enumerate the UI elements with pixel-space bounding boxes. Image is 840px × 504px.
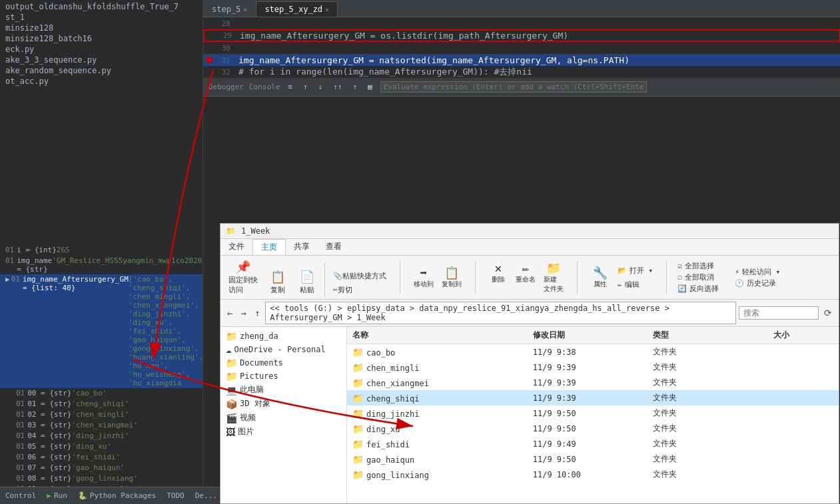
edit-label: 编辑 [625, 280, 639, 290]
debug-toolbar-icon5[interactable]: ↑ [350, 81, 360, 93]
easy-access-icon: ⚡ [735, 268, 739, 276]
file-row[interactable]: 📁chen_mingli 11/9 9:39 文件夹 [347, 360, 839, 375]
tree-item[interactable]: 🖼图片 [220, 425, 346, 439]
tree-label: 视频 [240, 412, 256, 423]
ribbon-tab[interactable]: 主页 [252, 239, 286, 255]
debug-var-row: 01 08 = {str} 'gong_linxiang' [0, 473, 203, 484]
debug-toolbar-icon6[interactable]: ▦ [365, 81, 375, 93]
left-file-item[interactable]: ot_acc.py [0, 76, 203, 87]
eval-input[interactable] [380, 81, 647, 93]
folder-icon: 📁 [352, 469, 364, 480]
tree-item[interactable]: 📁zheng_da [220, 330, 346, 343]
editor-tab[interactable]: step_5✕ [203, 1, 256, 17]
debug-output: 01 i = {int} 26501 img_name = {str} 'GM_… [0, 245, 203, 487]
code-area: 2829 img_name_Aftersurgery_GM = os.listd… [203, 17, 840, 78]
ribbon-sep5 [666, 261, 667, 294]
tree-item[interactable]: 💻此电脑 [220, 383, 346, 397]
ribbon-tab[interactable]: 共享 [286, 239, 318, 255]
debug-var-row: 01 05 = {str} 'ding_xu' [0, 441, 203, 452]
debug-value: 'gao_haiqun' [71, 463, 124, 472]
line-content: # for i in range(len(img_name_Aftersurge… [236, 66, 840, 78]
ribbon-btn-properties[interactable]: 🔧 属性 [588, 264, 612, 290]
ribbon-btn-copyto[interactable]: 📋 复制到 [439, 264, 464, 290]
status-bar-item[interactable]: De... [195, 491, 217, 500]
file-row[interactable]: 📁ding_xu 11/9 9:50 文件夹 [347, 421, 839, 436]
history-label: 历史记录 [747, 278, 776, 288]
ribbon-btn-new-folder[interactable]: 📁 新建文件夹 [541, 260, 566, 295]
ribbon-btn-edit[interactable]: ✏ 编辑 [615, 278, 655, 291]
left-file-item[interactable]: eck.py [0, 44, 203, 55]
line-content: img_name_Aftersurgery_GM = natsorted(img… [236, 55, 840, 65]
file-name: 📁chen_mingli [352, 362, 533, 373]
ribbon-tab[interactable]: 文件 [220, 239, 252, 255]
debug-toolbar-icon1[interactable]: ≡ [285, 81, 295, 93]
folder-icon: 📁 [352, 439, 364, 449]
left-file-item[interactable]: output_oldcanshu_kfoldshuffle_True_7 [0, 1, 203, 12]
file-row[interactable]: 📁cheng_shiqi 11/9 9:39 文件夹 [347, 390, 839, 405]
copyto-label: 复制到 [442, 280, 462, 289]
debug-toolbar-icon4[interactable]: ↑↑ [330, 81, 344, 93]
ribbon-btn-open[interactable]: 📂 打开 ▾ [615, 264, 655, 277]
shortcut-icon: 📎 [333, 272, 342, 280]
nav-refresh[interactable]: ⟳ [821, 306, 835, 320]
file-row[interactable]: 📁cao_bo 11/9 9:38 文件夹 [347, 344, 839, 360]
ribbon-btn-shortcut[interactable]: 📎 粘贴快捷方式 [330, 270, 389, 282]
tree-item[interactable]: ☁OneDrive - Personal [220, 343, 346, 356]
file-name: 📁chen_xiangmei [352, 378, 533, 388]
left-file-item[interactable]: st_1 [0, 12, 203, 23]
properties-icon: 🔧 [593, 266, 608, 280]
file-row[interactable]: 📁fei_shidi 11/9 9:49 文件夹 [347, 436, 839, 451]
debug-var-row: 01 01 = {str} 'cheng_shiqi' [0, 399, 203, 409]
explorer-tree: 📁zheng_da☁OneDrive - Personal📁Documents📁… [220, 327, 347, 503]
copyto-icon: 📋 [444, 266, 459, 280]
editor-tab[interactable]: step_5_xy_zd✕ [256, 1, 338, 17]
ribbon-btn-delete[interactable]: ✕ 删除 [486, 260, 510, 295]
left-file-item[interactable]: ake_random_sequence.py [0, 65, 203, 76]
folder-icon: 📁 [352, 378, 364, 388]
status-bar-item[interactable]: 🐍Python Packages [78, 491, 156, 500]
tree-label: Documents [240, 358, 283, 368]
file-name: 📁gong_linxiang [352, 469, 533, 480]
nav-search-input[interactable] [739, 306, 819, 320]
status-bar-item[interactable]: TODO [167, 491, 185, 500]
ribbon-btn-pin[interactable]: 📌 固定到快访问 [226, 258, 260, 296]
tree-item[interactable]: 📁Documents [220, 356, 346, 370]
status-bar-item[interactable]: ▶Run [47, 491, 67, 500]
debug-toolbar-icon3[interactable]: ↓ [316, 81, 326, 93]
ribbon-btn-copy[interactable]: 📋 复制 [266, 268, 290, 296]
line-number: 29 [214, 31, 237, 40]
file-row[interactable]: 📁gong_linxiang 11/9 10:00 文件夹 [347, 467, 839, 482]
left-file-item[interactable]: minsize128 [0, 23, 203, 33]
ribbon-btn-rename[interactable]: ✏ 重命名 [513, 260, 538, 295]
python-packages-icon: 🐍 [78, 491, 87, 500]
folder-icon: 📁 [352, 408, 364, 419]
debug-toolbar-icon2[interactable]: ↑ [300, 81, 310, 93]
current-arrow: ▶ [5, 275, 10, 284]
status-bar-item[interactable]: Control [5, 491, 36, 500]
folder-icon: 📁 [352, 362, 364, 373]
tab-close-icon[interactable]: ✕ [243, 6, 247, 13]
folder-icon: 📁 [352, 423, 364, 434]
ribbon-btn-cut[interactable]: ✂ 剪切 [330, 284, 389, 296]
left-file-item[interactable]: minsize128_batch16 [0, 33, 203, 44]
check-icon: ☑ [677, 262, 682, 270]
ribbon-btn-moveto[interactable]: ➡ 移动到 [411, 264, 436, 290]
ribbon-tab[interactable]: 查看 [318, 239, 350, 255]
nav-path-input[interactable]: << tools (G:) > eplipsy_data > data_npy_… [265, 302, 736, 324]
tab-close-icon[interactable]: ✕ [325, 6, 329, 13]
tree-item[interactable]: 🎬视频 [220, 411, 346, 425]
left-file-item[interactable]: ake_3_3_sequence.py [0, 55, 203, 65]
tree-item[interactable]: 📁Pictures [220, 370, 346, 383]
ribbon-btn-paste[interactable]: 📄 粘贴 [295, 268, 319, 296]
file-name: 📁ding_jinzhi [352, 408, 533, 419]
file-row[interactable]: 📁chen_xiangmei 11/9 9:39 文件夹 [347, 375, 839, 390]
file-row[interactable]: 📁gao_haiqun 11/9 9:50 文件夹 [347, 451, 839, 467]
file-date: 11/9 9:50 [533, 455, 653, 464]
file-row[interactable]: 📁ding_jinzhi 11/9 9:50 文件夹 [347, 405, 839, 421]
file-date: 11/9 9:39 [533, 393, 653, 403]
nav-up[interactable]: ↑ [252, 306, 262, 320]
tree-item[interactable]: 📦3D 对象 [220, 397, 346, 411]
nav-forward[interactable]: → [238, 306, 248, 320]
file-date: 11/9 9:49 [533, 439, 653, 449]
nav-back[interactable]: ← [224, 306, 235, 320]
